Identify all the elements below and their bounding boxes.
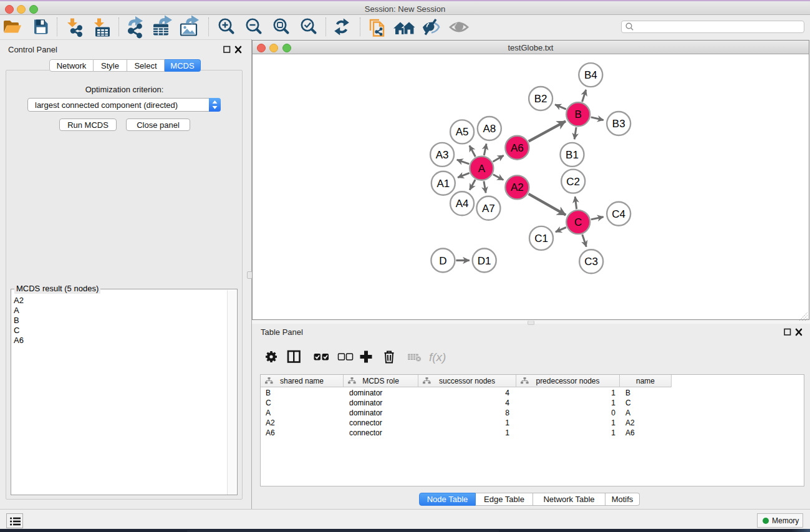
svg-text:A5: A5: [456, 126, 469, 138]
svg-text:A8: A8: [483, 123, 496, 135]
svg-text:B1: B1: [566, 149, 579, 161]
svg-text:A6: A6: [511, 142, 524, 154]
svg-text:C2: C2: [566, 176, 580, 188]
svg-text:C1: C1: [534, 233, 548, 244]
svg-text:B2: B2: [534, 93, 547, 105]
svg-text:B4: B4: [584, 69, 597, 81]
svg-text:A1: A1: [436, 178, 450, 190]
svg-text:f(x): f(x): [429, 351, 446, 364]
svg-text:C4: C4: [612, 208, 625, 220]
svg-text:C: C: [574, 216, 582, 228]
svg-text:B: B: [575, 109, 582, 120]
svg-text:D: D: [439, 255, 446, 267]
svg-text:A7: A7: [482, 203, 495, 215]
svg-text:A2: A2: [511, 181, 524, 193]
svg-text:A4: A4: [456, 198, 469, 210]
svg-text:A: A: [478, 163, 486, 175]
svg-text:B3: B3: [612, 118, 625, 130]
svg-text:A3: A3: [436, 149, 449, 161]
svg-text:D1: D1: [478, 255, 491, 267]
svg-text:C3: C3: [584, 256, 598, 268]
